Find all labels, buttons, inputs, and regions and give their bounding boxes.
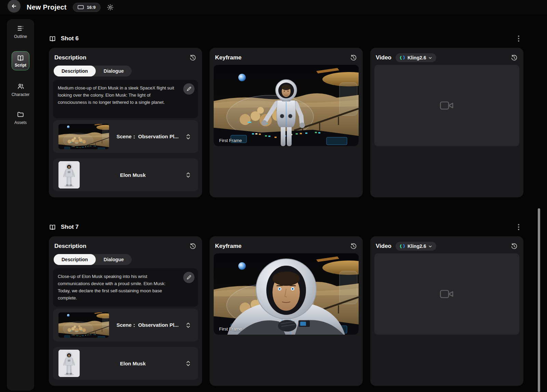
back-button[interactable] xyxy=(8,0,21,13)
sidebar-item-script[interactable]: Script xyxy=(12,51,29,70)
chevron-updown-icon xyxy=(186,134,190,140)
video-model-name: Kling2.6 xyxy=(408,55,426,60)
history-button[interactable] xyxy=(189,242,197,250)
shot-section-6: Shot 6 Description Description Dialogue … xyxy=(49,34,523,197)
tab-dialogue[interactable]: Dialogue xyxy=(96,254,132,265)
description-textbox[interactable]: Close-up of Elon Musk speaking into his … xyxy=(53,268,198,307)
card-title: Video xyxy=(376,54,391,61)
shot-menu-button[interactable] xyxy=(517,34,521,43)
vertical-scrollbar[interactable] xyxy=(538,208,540,392)
keyframe-card: Keyframe First Frame xyxy=(210,48,363,197)
script-book-icon xyxy=(17,54,24,62)
history-button[interactable] xyxy=(510,242,518,250)
history-icon xyxy=(350,54,357,61)
card-title: Video xyxy=(376,243,391,250)
card-title: Keyframe xyxy=(215,243,242,250)
edit-button[interactable] xyxy=(183,272,195,283)
description-textbox[interactable]: Medium close-up of Elon Musk in a sleek … xyxy=(53,80,198,118)
history-icon xyxy=(189,54,197,61)
shot-title: Shot 6 xyxy=(61,35,79,42)
description-text: Close-up of Elon Musk speaking into his … xyxy=(58,274,165,300)
pencil-icon xyxy=(186,86,191,92)
card-title: Description xyxy=(54,243,86,250)
shot-header: Shot 7 xyxy=(49,223,523,232)
character-name: Elon Musk xyxy=(80,361,186,366)
tab-dialogue[interactable]: Dialogue xyxy=(96,66,132,76)
character-name: Elon Musk xyxy=(80,172,186,178)
video-card: Video Kling2.6 xyxy=(370,48,523,197)
shot-cards: Description Description Dialogue Medium … xyxy=(49,48,523,197)
sidebar-label: Assets xyxy=(14,120,27,125)
sidebar-label: Script xyxy=(15,63,26,68)
sidebar-item-assets[interactable]: Assets xyxy=(14,111,27,125)
scene-thumbnail xyxy=(58,312,109,338)
edit-button[interactable] xyxy=(183,83,195,95)
chevron-updown-icon xyxy=(186,361,190,366)
video-model-name: Kling2.6 xyxy=(408,243,426,249)
sidebar-label: Outline xyxy=(14,34,27,39)
history-button[interactable] xyxy=(350,54,357,61)
character-thumbnail xyxy=(58,350,80,377)
scene-selector-row[interactable]: Scene： Observation Pl... xyxy=(53,309,198,341)
keyframe-image[interactable]: First Frame xyxy=(214,253,359,335)
gear-icon xyxy=(107,4,114,11)
history-button[interactable] xyxy=(510,54,518,61)
card-header: Keyframe xyxy=(214,53,359,63)
keyframe-image[interactable]: First Frame xyxy=(214,65,359,146)
arrow-left-icon xyxy=(11,3,17,9)
chevron-down-icon xyxy=(428,244,432,248)
sidebar: Outline Script Character Assets xyxy=(7,19,34,391)
project-title: New Project xyxy=(27,3,67,11)
pencil-icon xyxy=(186,275,191,280)
settings-button[interactable] xyxy=(107,4,114,11)
shot-book-icon xyxy=(49,224,56,231)
description-tabs: Description Dialogue xyxy=(54,66,132,76)
shot-menu-button[interactable] xyxy=(517,223,521,232)
character-selector-row[interactable]: Elon Musk xyxy=(53,158,198,191)
scene-thumbnail xyxy=(58,124,109,149)
frame-label: First Frame xyxy=(219,138,242,143)
shot-book-icon xyxy=(49,35,56,42)
video-model-dropdown[interactable]: Kling2.6 xyxy=(396,53,436,62)
kling-logo-icon xyxy=(400,55,405,60)
character-thumbnail xyxy=(58,161,80,188)
card-title: Description xyxy=(54,54,86,61)
scene-name: Scene： Observation Pl... xyxy=(109,322,186,328)
card-header: Description xyxy=(53,241,198,251)
sidebar-item-outline[interactable]: Outline xyxy=(14,25,27,39)
chevron-down-icon xyxy=(428,56,432,60)
history-button[interactable] xyxy=(189,54,197,61)
video-card: Video Kling2.6 xyxy=(370,236,523,386)
sidebar-label: Character xyxy=(12,92,30,97)
video-placeholder[interactable] xyxy=(374,253,519,335)
kling-logo-icon xyxy=(400,243,405,249)
top-bar: New Project 16:9 xyxy=(0,0,547,14)
shot-header: Shot 6 xyxy=(49,34,523,43)
main-content: Shot 6 Description Description Dialogue … xyxy=(34,14,547,392)
tab-description[interactable]: Description xyxy=(54,254,96,265)
history-icon xyxy=(510,242,518,250)
history-button[interactable] xyxy=(350,242,357,250)
character-selector-row[interactable]: Elon Musk xyxy=(53,347,198,380)
description-card: Description Description Dialogue Medium … xyxy=(49,48,202,197)
chevron-updown-icon xyxy=(186,172,190,178)
scene-selector-row[interactable]: Scene： Observation Pl... xyxy=(53,120,198,153)
card-title: Keyframe xyxy=(215,54,242,61)
sidebar-item-character[interactable]: Character xyxy=(12,83,30,97)
card-header: Video Kling2.6 xyxy=(374,53,519,63)
description-card: Description Description Dialogue Close-u… xyxy=(49,236,202,386)
shot-title: Shot 7 xyxy=(61,224,79,230)
video-placeholder[interactable] xyxy=(374,65,519,146)
shot-section-7: Shot 7 Description Description Dialogue … xyxy=(49,223,523,386)
tab-description[interactable]: Description xyxy=(54,66,96,76)
description-tabs: Description Dialogue xyxy=(54,254,132,265)
chevron-updown-icon xyxy=(186,322,190,328)
aspect-ratio-badge[interactable]: 16:9 xyxy=(73,3,101,12)
aspect-ratio-value: 16:9 xyxy=(87,5,96,10)
video-camera-icon xyxy=(440,100,454,111)
scene-name: Scene： Observation Pl... xyxy=(109,134,186,140)
frame-label: First Frame xyxy=(219,326,242,332)
keyframe-card: Keyframe First Frame xyxy=(210,236,363,386)
video-model-dropdown[interactable]: Kling2.6 xyxy=(396,242,436,251)
aspect-ratio-icon xyxy=(78,5,84,9)
